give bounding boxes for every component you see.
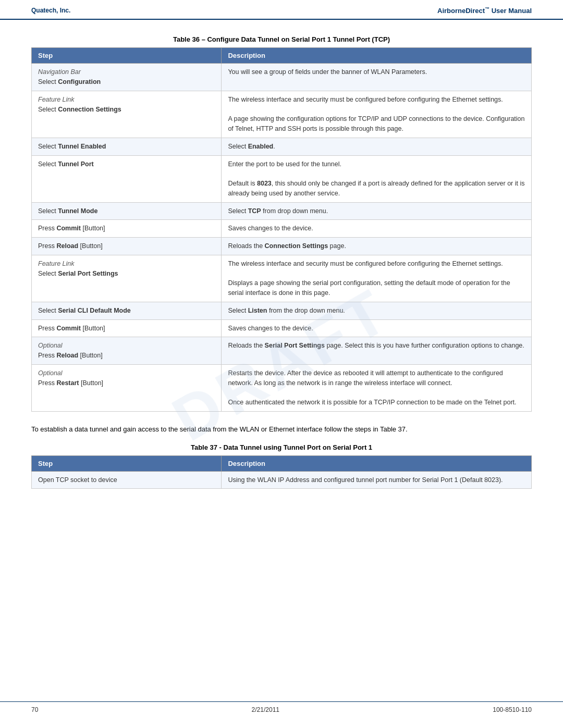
step-text: Press Reload [Button] xyxy=(38,352,103,359)
table-row: Press Reload [Button] Reloads the Connec… xyxy=(32,238,532,255)
desc-cell: Reloads the Serial Port Settings page. S… xyxy=(222,337,532,365)
table-row: Navigation Bar Select Configuration You … xyxy=(32,64,532,91)
table-row: Optional Press Restart [Button] Restarts… xyxy=(32,364,532,411)
desc-bold: Listen xyxy=(248,307,267,314)
step-italic: Optional xyxy=(38,369,63,377)
desc-cell: Select Listen from the drop down menu. xyxy=(222,302,532,319)
step-bold: Serial CLI Default Mode xyxy=(58,307,131,314)
step-text: Press Commit [Button] xyxy=(38,325,105,332)
table-row: Open TCP socket to device Using the WLAN… xyxy=(32,471,532,489)
desc-cell: Saves changes to the device. xyxy=(222,319,532,337)
step-text: Select Tunnel Mode xyxy=(38,207,97,215)
table37: Step Description Open TCP socket to devi… xyxy=(31,455,532,489)
col-desc-header: Description xyxy=(222,48,532,64)
desc-bold: 8023 xyxy=(257,180,272,187)
desc-cell: Restarts the device. After the device as… xyxy=(222,364,532,411)
step-cell: Optional Press Restart [Button] xyxy=(32,364,222,411)
table-row: Optional Press Reload [Button] Reloads t… xyxy=(32,337,532,365)
step-bold: Commit xyxy=(56,325,81,332)
step-text: Select Tunnel Port xyxy=(38,161,94,168)
desc-text-1: Enter the port to be used for the tunnel… xyxy=(228,161,341,168)
desc-text: Select Enabled. xyxy=(228,143,275,150)
col-step-header: Step xyxy=(32,48,222,64)
desc-text-1: Restarts the device. After the device as… xyxy=(228,369,503,387)
step-bold: Connection Settings xyxy=(58,106,121,113)
step-cell: Select Tunnel Mode xyxy=(32,202,222,220)
desc-cell: Enter the port to be used for the tunnel… xyxy=(222,155,532,202)
desc-text: Reloads the Serial Port Settings page. S… xyxy=(228,342,524,349)
desc-bold: TCP xyxy=(248,207,261,215)
desc-text-2: A page showing the configuration options… xyxy=(228,115,524,132)
step-cell: Press Commit [Button] xyxy=(32,319,222,337)
desc-cell: Select TCP from drop down menu. xyxy=(222,202,532,220)
step-italic: Navigation Bar xyxy=(38,68,81,76)
step-text: Select Configuration xyxy=(38,78,101,85)
desc-text: Saves changes to the device. xyxy=(228,225,313,232)
table-row: Select Tunnel Mode Select TCP from drop … xyxy=(32,202,532,220)
table-row: Feature Link Select Connection Settings … xyxy=(32,91,532,138)
manual-title: AirborneDirect™ User Manual xyxy=(437,6,532,15)
step-cell: Press Reload [Button] xyxy=(32,238,222,255)
desc-text: Saves changes to the device. xyxy=(228,325,313,332)
main-content: Table 36 – Configure Data Tunnel on Seri… xyxy=(0,20,563,543)
page-number: 70 xyxy=(31,706,38,713)
desc-text-2: Displays a page showing the serial port … xyxy=(228,279,510,297)
step-bold: Tunnel Mode xyxy=(58,207,97,215)
step-bold: Configuration xyxy=(58,78,101,85)
desc-text-1: The wireless interface and security must… xyxy=(228,96,503,103)
desc-text-2: Once authenticated the network it is pos… xyxy=(228,399,516,406)
page-header: Quatech, Inc. AirborneDirect™ User Manua… xyxy=(0,0,563,20)
paragraph-text: To establish a data tunnel and gain acce… xyxy=(31,424,532,435)
desc-bold: Serial Port Settings xyxy=(265,342,325,349)
desc-cell: The wireless interface and security must… xyxy=(222,255,532,302)
col-step-header-37: Step xyxy=(32,455,222,471)
step-bold: Tunnel Enabled xyxy=(58,143,106,150)
desc-text: Select TCP from drop down menu. xyxy=(228,207,328,215)
table-row: Select Serial CLI Default Mode Select Li… xyxy=(32,302,532,319)
step-bold: Commit xyxy=(56,225,81,232)
step-italic: Feature Link xyxy=(38,96,74,103)
step-cell: Select Tunnel Port xyxy=(32,155,222,202)
footer-date: 2/21/2011 xyxy=(252,706,279,713)
company-name: Quatech, Inc. xyxy=(31,7,70,14)
table-row: Press Commit [Button] Saves changes to t… xyxy=(32,319,532,337)
step-bold: Reload xyxy=(56,352,78,359)
step-cell: Open TCP socket to device xyxy=(32,471,222,489)
table-row: Press Commit [Button] Saves changes to t… xyxy=(32,220,532,238)
desc-text: Reloads the Connection Settings page. xyxy=(228,242,346,250)
step-text: Press Restart [Button] xyxy=(38,379,103,387)
table-row: Feature Link Select Serial Port Settings… xyxy=(32,255,532,302)
step-text: Select Serial CLI Default Mode xyxy=(38,307,131,314)
table-row: Select Tunnel Port Enter the port to be … xyxy=(32,155,532,202)
step-bold: Tunnel Port xyxy=(58,161,94,168)
step-text: Select Serial Port Settings xyxy=(38,270,118,277)
step-text: Press Commit [Button] xyxy=(38,225,105,232)
step-text: Select Connection Settings xyxy=(38,106,121,113)
step-bold: Restart xyxy=(56,379,79,387)
desc-text: You will see a group of fields under the… xyxy=(228,68,427,76)
step-cell: Optional Press Reload [Button] xyxy=(32,337,222,365)
step-cell: Press Commit [Button] xyxy=(32,220,222,238)
table36-title: Table 36 – Configure Data Tunnel on Seri… xyxy=(31,35,532,43)
page: DRAFT Quatech, Inc. AirborneDirect™ User… xyxy=(0,0,563,728)
step-italic: Feature Link xyxy=(38,260,74,267)
desc-cell: The wireless interface and security must… xyxy=(222,91,532,138)
step-cell: Feature Link Select Serial Port Settings xyxy=(32,255,222,302)
step-italic: Optional xyxy=(38,342,63,349)
step-cell: Navigation Bar Select Configuration xyxy=(32,64,222,91)
desc-cell: Select Enabled. xyxy=(222,138,532,155)
step-cell: Feature Link Select Connection Settings xyxy=(32,91,222,138)
desc-bold: Enabled xyxy=(248,143,274,150)
desc-bold: Connection Settings xyxy=(265,242,328,250)
step-cell: Select Serial CLI Default Mode xyxy=(32,302,222,319)
desc-cell: You will see a group of fields under the… xyxy=(222,64,532,91)
col-desc-header-37: Description xyxy=(222,455,532,471)
step-bold: Serial Port Settings xyxy=(58,270,118,277)
page-footer: 70 2/21/2011 100-8510-110 xyxy=(0,701,563,718)
desc-cell: Using the WLAN IP Address and configured… xyxy=(222,471,532,489)
doc-number: 100-8510-110 xyxy=(493,706,532,713)
desc-cell: Saves changes to the device. xyxy=(222,220,532,238)
step-text: Select Tunnel Enabled xyxy=(38,143,106,150)
table37-title: Table 37 - Data Tunnel using Tunnel Port… xyxy=(31,443,532,451)
step-text: Press Reload [Button] xyxy=(38,242,103,250)
